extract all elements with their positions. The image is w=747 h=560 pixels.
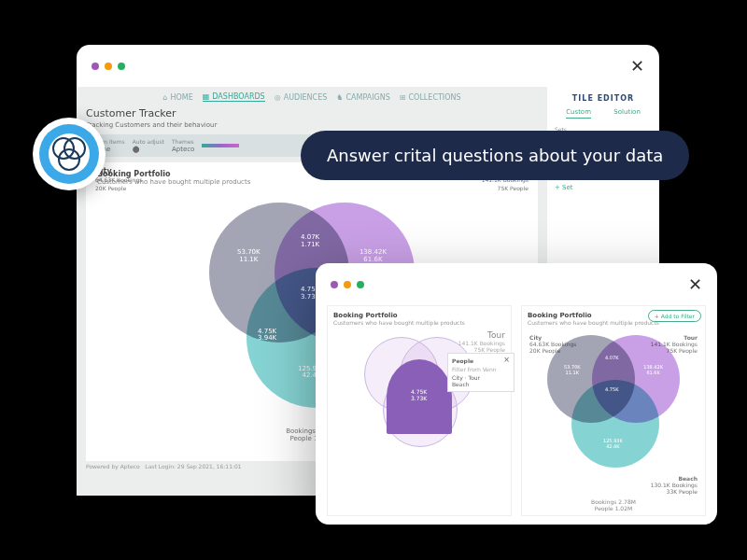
nav-dashboards[interactable]: ▦ DASHBOARDS bbox=[203, 92, 265, 102]
tb-label: Themes bbox=[172, 138, 194, 145]
page-title: Customer Tracker bbox=[86, 107, 538, 119]
callout-pill: Answer crital questions about your data bbox=[301, 131, 689, 180]
seg-tour: 138.42K61.6K bbox=[643, 365, 663, 375]
seg-tour: 138.42K61.6K bbox=[359, 249, 387, 263]
filter-hint: Filter from Venn bbox=[452, 366, 510, 372]
tb-value: Apteco bbox=[172, 146, 194, 153]
panel-title: Booking Portfolio bbox=[333, 312, 505, 319]
dot-icon bbox=[92, 63, 99, 70]
mini-footer: Bookings 2.78MPeople 1.02M bbox=[591, 498, 636, 511]
window-sub: ✕ Booking Portfolio Customers who have b… bbox=[316, 263, 717, 525]
nav-label: AUDIENCES bbox=[284, 93, 328, 102]
side-title: TILE EDITOR bbox=[555, 94, 652, 103]
nav-label: COLLECTIONS bbox=[409, 93, 461, 102]
cat-people: 75K bbox=[498, 185, 509, 191]
seg-city: 53.70K11.1K bbox=[237, 249, 261, 263]
filter-line: Beach bbox=[452, 381, 510, 387]
toggle-icon: ⬤ bbox=[133, 146, 164, 153]
window-controls bbox=[331, 281, 364, 288]
add-to-filter-button[interactable]: + Add to Filter bbox=[648, 310, 701, 322]
logo-badge bbox=[33, 118, 106, 190]
mini-venn[interactable]: 53.70K11.1K 138.42K61.6K 125.93K42.4K 4.… bbox=[543, 331, 684, 471]
dot-icon bbox=[331, 281, 338, 288]
close-button[interactable]: ✕ bbox=[688, 274, 702, 294]
seg-city-beach: 4.75K3.94K bbox=[258, 329, 276, 343]
nav-home[interactable]: ⌂ HOME bbox=[162, 92, 192, 102]
sub-body: Booking Portfolio Customers who have bou… bbox=[316, 305, 717, 527]
dot-icon bbox=[344, 281, 351, 288]
add-set-button[interactable]: + Set bbox=[555, 184, 652, 191]
tb-label: Auto adjust bbox=[133, 138, 164, 145]
panel-subtitle: Customers who have bought multiple produ… bbox=[333, 319, 505, 326]
nav-collections[interactable]: ⊞ COLLECTIONS bbox=[400, 92, 461, 102]
page-subtitle: Tracking Customers and their behaviour bbox=[86, 121, 538, 129]
dot-icon bbox=[118, 63, 125, 70]
titlebar: ✕ bbox=[77, 45, 659, 87]
nav-label: DASHBOARDS bbox=[212, 92, 264, 101]
cat-people: 20K bbox=[95, 185, 106, 191]
tab-custom[interactable]: Custom bbox=[566, 108, 591, 119]
panel-full: Booking Portfolio Customers who have bou… bbox=[521, 305, 706, 516]
filter-popover: × People Filter from Venn City · Tour Be… bbox=[447, 353, 514, 392]
nav-audiences[interactable]: ◎ AUDIENCES bbox=[275, 92, 328, 102]
close-button[interactable]: ✕ bbox=[630, 56, 644, 76]
seg-ct: 4.07K bbox=[605, 356, 618, 361]
nav-label: HOME bbox=[170, 93, 192, 102]
selection-venn[interactable]: 4.75K3.73K bbox=[359, 331, 480, 453]
panel-selection: Booking Portfolio Customers who have bou… bbox=[327, 305, 512, 516]
filter-line: City · Tour bbox=[452, 374, 510, 381]
top-nav: ⌂ HOME ▦ DASHBOARDS ◎ AUDIENCES ♞ CAMPAI… bbox=[86, 92, 538, 102]
titlebar: ✕ bbox=[316, 263, 717, 305]
seg-all: 4.75K bbox=[605, 387, 618, 393]
seg-city-tour: 4.07K1.71K bbox=[301, 234, 319, 248]
filter-header: People bbox=[452, 357, 510, 364]
dot-icon bbox=[357, 281, 364, 288]
toolbar-auto[interactable]: Auto adjust⬤ bbox=[133, 138, 164, 153]
nav-campaigns[interactable]: ♞ CAMPAIGNS bbox=[336, 92, 390, 102]
label-city: City 64.63K Bookings20K People bbox=[95, 168, 142, 192]
tab-solution[interactable]: Solution bbox=[613, 108, 641, 119]
theme-swatch bbox=[202, 144, 239, 147]
cat-bookings: 64.63K bbox=[95, 176, 115, 183]
dot-icon bbox=[105, 63, 112, 70]
venn-logo-icon bbox=[49, 133, 90, 175]
seg-city: 53.70K11.1K bbox=[564, 365, 581, 375]
window-controls bbox=[92, 63, 125, 70]
center-label: 4.75K3.73K bbox=[411, 389, 427, 401]
circle-beach[interactable] bbox=[571, 380, 659, 468]
side-tabs: Custom Solution bbox=[555, 108, 652, 119]
popover-close-button[interactable]: × bbox=[503, 356, 510, 364]
mini-label-beach: Beach130.1K Bookings33K People bbox=[651, 475, 698, 495]
seg-beach: 125.93K42.4K bbox=[603, 439, 623, 449]
nav-label: CAMPAIGNS bbox=[345, 93, 389, 102]
logo-ring bbox=[39, 124, 99, 184]
last-login: Last Login: 29 Sep 2021, 16:11:01 bbox=[145, 463, 241, 469]
toolbar-themes[interactable]: ThemesApteco bbox=[172, 138, 194, 153]
